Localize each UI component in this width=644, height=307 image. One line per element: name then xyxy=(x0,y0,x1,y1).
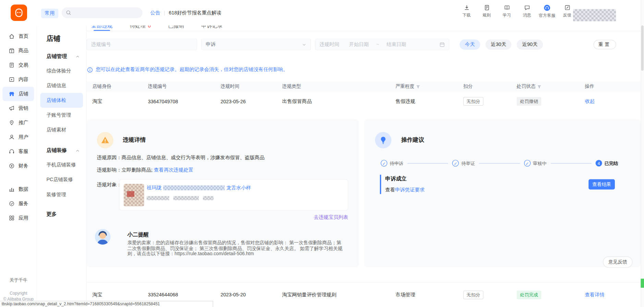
operation-suggestion-card: 操作建议 待申诉 待举证 审核中 4 已 xyxy=(364,119,641,267)
book-icon xyxy=(504,4,510,11)
group-shop-management[interactable]: 店铺管理 xyxy=(46,53,80,60)
step-under-review: 审核中 xyxy=(524,160,547,166)
violating-product-card[interactable]: 祖玛珑龙舌水小样 xyxy=(119,179,349,210)
download-button[interactable]: 下载 xyxy=(458,4,475,19)
cell-action: 收起 xyxy=(585,92,595,111)
scrollbar-thumb[interactable] xyxy=(641,25,644,71)
tab-revoked[interactable]: 已撤销 xyxy=(168,25,184,31)
tab-all-violations[interactable]: 全部违规 xyxy=(91,25,112,31)
reminder-text: 亲爱的卖家：您的店铺存在涉嫌出售假冒商品的情况，售假对您店铺的影响： 第一次售假… xyxy=(127,240,345,257)
nav-apps[interactable]: 应用 xyxy=(2,211,34,225)
nav-shop[interactable]: 店铺 xyxy=(2,87,34,101)
cell-violation-type: 淘宝网销量评价管理规则 xyxy=(282,282,336,307)
nav-services[interactable]: 服务 xyxy=(2,197,34,211)
feedback-button[interactable]: 意见反馈 xyxy=(603,257,632,268)
reset-button[interactable]: 重置 xyxy=(594,40,616,49)
appeal-result-line: 查看申诉凭证要求 xyxy=(385,187,425,193)
learning-button[interactable]: 学习 xyxy=(499,4,515,19)
nav-experience-score[interactable]: 综合体验分 xyxy=(40,63,83,78)
nav-customer-service[interactable]: 客服 xyxy=(2,144,34,159)
scrollbar[interactable] xyxy=(641,0,644,307)
chevron-down-icon xyxy=(302,42,306,47)
info-icon xyxy=(87,67,93,73)
nav-decoration-manage[interactable]: 装修管理 xyxy=(40,187,83,202)
chevron-up-icon xyxy=(75,55,80,59)
nav-trade[interactable]: 交易 xyxy=(2,58,34,72)
search-box[interactable] xyxy=(62,8,143,18)
nav-products[interactable]: 商品 xyxy=(2,44,34,58)
step-pending-evidence: 待举证 xyxy=(452,160,475,166)
storefront-icon xyxy=(9,91,15,97)
repeat-violation-link[interactable]: 查看再次违规处置 xyxy=(154,167,193,173)
announcement-text[interactable]: 618好价节报名重点解读 xyxy=(169,10,221,16)
product-title-link[interactable]: 祖玛珑龙舌水小样 xyxy=(147,185,251,191)
nav-marketing[interactable]: 营销 xyxy=(2,101,34,116)
announcement-divider xyxy=(164,11,165,15)
pending-count-badge: 0 xyxy=(148,25,151,29)
group-shop-management-label: 店铺管理 xyxy=(46,53,67,60)
appeal-select[interactable]: 申诉 xyxy=(201,39,311,50)
check-icon xyxy=(452,160,459,166)
cell-score: 无扣分 xyxy=(463,92,484,111)
nav-users[interactable]: 用户 xyxy=(2,130,34,144)
messages-button[interactable]: 消息 xyxy=(519,4,535,19)
score-tag: 无扣分 xyxy=(463,291,484,299)
nav-data[interactable]: 数据 xyxy=(2,182,34,197)
collapse-link[interactable]: 收起 xyxy=(585,98,595,105)
cell-violation-time: 2023-05-26 xyxy=(221,92,246,111)
filter-funnel-icon[interactable] xyxy=(537,84,541,88)
filter-funnel-icon[interactable] xyxy=(416,84,420,88)
rules-button[interactable]: 规则 xyxy=(478,4,495,19)
range-90days-button[interactable]: 近90天 xyxy=(517,39,543,50)
product-meta-censored xyxy=(147,196,214,200)
copyright-line1: Copyright xyxy=(0,291,37,296)
violation-detail-card: 违规详情 违规原因：商品信息、店铺信息、成交行为等表明，涉嫌发布假冒、盗版商品 … xyxy=(87,119,359,267)
megaphone-icon xyxy=(9,105,15,111)
notice-banner: 您可以在此处查看近两年的违规记录。超期的记录会消失，但对您的店铺没有任何影响。 xyxy=(87,66,288,73)
violating-goods-list-link[interactable]: 去违规宝贝列表 xyxy=(119,214,349,221)
nav-more[interactable]: 更多 xyxy=(46,211,86,218)
qianniu-logo-icon xyxy=(14,8,24,18)
circle-check-icon xyxy=(9,201,15,207)
download-icon xyxy=(463,4,470,11)
official-service-button[interactable]: 官方客服 xyxy=(539,4,555,19)
violation-no-field[interactable] xyxy=(87,39,197,50)
cell-action: 查看详情 xyxy=(585,282,605,307)
nav-home[interactable]: 首页 xyxy=(2,29,34,44)
tab-appeal-records[interactable]: 申诉记录 xyxy=(201,25,222,31)
nav-shop-info[interactable]: 店铺信息 xyxy=(40,78,83,93)
search-icon xyxy=(66,10,72,16)
about-qianniu-link[interactable]: 关于千牛 xyxy=(0,277,37,283)
headset-outline-icon xyxy=(9,149,15,155)
nav-content[interactable]: 内容 xyxy=(2,72,34,87)
location-pin-icon xyxy=(9,120,15,126)
user-avatar-censored[interactable] xyxy=(573,9,616,21)
suggestion-title: 操作建议 xyxy=(401,137,424,144)
view-result-button[interactable]: 查看结果 xyxy=(588,179,615,189)
nav-promotion[interactable]: 推广 xyxy=(2,116,34,130)
violation-no-input[interactable] xyxy=(91,42,190,47)
score-tag: 无扣分 xyxy=(463,97,484,106)
quick-access-button[interactable]: 常用 xyxy=(41,9,58,18)
nav-mobile-decoration[interactable]: 手机店铺装修 xyxy=(40,157,83,172)
nav-shop-checkup[interactable]: 店铺体检 xyxy=(40,93,83,108)
tab-pending[interactable]: 待处理0 xyxy=(130,25,151,31)
tabs-divider xyxy=(87,31,641,31)
range-separator: ~ xyxy=(376,42,379,47)
nav-subaccount[interactable]: 子账号管理 xyxy=(40,108,83,122)
view-detail-link[interactable]: 查看详情 xyxy=(585,291,605,298)
status-badge: 处罚撤销 xyxy=(517,97,542,106)
col-violation-no: 违规编号 xyxy=(148,81,167,92)
search-input[interactable] xyxy=(74,10,136,16)
group-shop-decoration[interactable]: 店铺装修 xyxy=(46,147,80,154)
qianniu-logo[interactable] xyxy=(11,4,27,21)
cell-status: 处罚完成 xyxy=(517,282,542,307)
range-today-button[interactable]: 今天 xyxy=(460,39,480,50)
evidence-requirements-link[interactable]: 申诉凭证要求 xyxy=(395,187,425,193)
nav-shop-material[interactable]: 店铺素材 xyxy=(40,122,83,137)
nav-pc-decoration[interactable]: PC店铺装修 xyxy=(40,172,83,187)
nav-finance[interactable]: 财务 xyxy=(2,159,34,173)
warning-icon xyxy=(97,132,113,149)
date-range-picker[interactable]: 违规时间 开始日期 ~ 结束日期 xyxy=(315,39,449,50)
range-30days-button[interactable]: 近30天 xyxy=(485,39,511,50)
